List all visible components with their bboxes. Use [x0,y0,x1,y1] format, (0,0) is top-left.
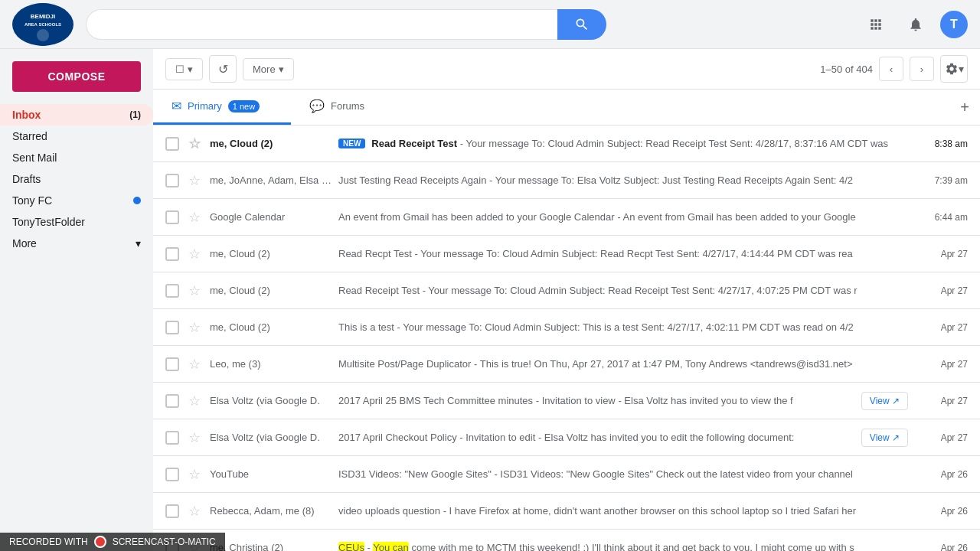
settings-button[interactable]: ▾ [940,55,968,83]
email-row[interactable]: ☆ Elsa Voltz (via Google D. 2017 April 2… [153,383,980,419]
email-row[interactable]: ☆ me, Cloud (2) Read Receipt Test - Your… [153,272,980,309]
email-time: 7:39 am [914,175,968,186]
view-button[interactable]: View ↗ [861,392,908,410]
email-row[interactable]: ☆ Google Calendar An event from Gmail ha… [153,199,980,236]
email-row[interactable]: ☆ me, JoAnne, Adam, Elsa (4) Just Testin… [153,162,980,199]
email-checkbox[interactable] [165,504,179,518]
sidebar-item-sent[interactable]: Sent Mail [0,147,153,168]
star-icon[interactable]: ☆ [188,282,201,299]
email-checkbox[interactable] [165,394,179,408]
email-row[interactable]: ☆ me, Cloud (2) This is a test - Your me… [153,309,980,346]
record-dot [94,536,106,548]
tab-primary[interactable]: ✉ Primary 1 new [153,90,291,125]
email-row[interactable]: ☆ Rebecca, Adam, me (8) video uploads qu… [153,493,980,530]
logo[interactable]: BEMIDJI AREA SCHOOLS [12,3,74,46]
email-sender: YouTube [210,468,332,480]
tab-forums[interactable]: 💬 Forums [291,90,429,125]
sidebar-item-tonyfc[interactable]: Tony FC [0,190,153,211]
notifications-button[interactable] [900,9,931,40]
star-icon[interactable]: ☆ [188,319,201,336]
record-text: RECORDED WITH [9,536,88,547]
svg-text:BEMIDJI: BEMIDJI [31,13,55,20]
email-time: Apr 27 [914,249,968,259]
search-input[interactable] [86,9,557,40]
email-time: 6:44 am [914,212,968,223]
email-time: Apr 26 [914,469,968,480]
email-row[interactable]: ☆ Leo, me (3) Multisite Post/Page Duplic… [153,346,980,383]
email-checkbox[interactable] [165,321,179,334]
primary-tab-label: Primary [188,100,222,112]
star-icon[interactable]: ☆ [188,466,201,483]
email-row[interactable]: ☆ me, Cloud (2) NEW Read Receipt Test - … [153,126,980,162]
email-row[interactable]: ☆ me, Christina (2) CEUs - You can come … [153,530,980,551]
next-page-button[interactable]: › [910,57,934,81]
email-time: Apr 26 [914,543,968,552]
email-row[interactable]: ☆ me, Cloud (2) Read Recpt Test - Your m… [153,236,980,272]
sidebar-item-starred[interactable]: Starred [0,126,153,147]
star-icon[interactable]: ☆ [188,393,201,409]
email-time: Apr 27 [914,432,968,443]
email-row[interactable]: ☆ Elsa Voltz (via Google D. 2017 April C… [153,419,980,456]
pagination-info: 1–50 of 404 [820,64,873,75]
email-subject-preview: ISD31 Videos: "New Google Sites" - ISD31… [332,468,914,480]
sidebar-item-drafts[interactable]: Drafts [0,168,153,190]
checkbox-icon: ☐ [175,64,185,75]
tonyfc-dot [133,197,141,204]
email-subject-preview: An event from Gmail has been added to yo… [332,211,914,223]
select-checkbox-btn[interactable]: ☐ ▾ [165,58,203,80]
star-icon[interactable]: ☆ [188,356,201,373]
settings-dropdown-icon: ▾ [959,63,964,75]
sidebar-item-more[interactable]: More ▾ [0,233,153,254]
email-checkbox[interactable] [165,284,179,298]
email-sender: me, Cloud (2) [210,321,332,333]
email-sender: Elsa Voltz (via Google D. [210,432,332,443]
more-button[interactable]: More ▾ [243,58,294,80]
email-subject-preview: Read Receipt Test - Your message To: Clo… [365,138,914,149]
svg-text:AREA SCHOOLS: AREA SCHOOLS [24,22,61,27]
email-checkbox[interactable] [165,174,179,187]
email-time: Apr 27 [914,322,968,333]
email-sender: Rebecca, Adam, me (8) [210,505,332,517]
star-icon[interactable]: ☆ [188,246,201,262]
email-checkbox[interactable] [165,357,179,371]
star-icon[interactable]: ☆ [188,429,201,446]
star-icon[interactable]: ☆ [188,503,201,520]
dropdown-arrow: ▾ [188,64,193,75]
email-subject-preview: 2017 April Checkout Policy - Invitation … [332,432,861,443]
topbar: BEMIDJI AREA SCHOOLS T [0,0,980,49]
email-sender: me, Christina (2) [210,542,332,551]
sidebar-item-tonytestfolder[interactable]: TonyTestFolder [0,211,153,233]
email-time: Apr 27 [914,285,968,296]
sidebar: COMPOSE Inbox (1) Starred Sent Mail Draf… [0,49,153,551]
email-sender: Google Calendar [210,211,332,223]
refresh-icon: ↺ [218,62,228,77]
prev-page-button[interactable]: ‹ [879,57,903,81]
email-subject-preview: video uploads question - I have Firefox … [332,505,914,517]
compose-button[interactable]: COMPOSE [12,61,141,92]
refresh-button[interactable]: ↺ [209,55,237,83]
email-row[interactable]: ☆ YouTube ISD31 Videos: "New Google Site… [153,456,980,493]
email-checkbox[interactable] [165,468,179,481]
email-checkbox[interactable] [165,431,179,445]
star-icon[interactable]: ☆ [188,135,201,152]
email-checkbox[interactable] [165,137,179,151]
star-icon[interactable]: ☆ [188,172,201,189]
search-button[interactable] [557,9,606,40]
apps-button[interactable] [861,9,891,40]
sidebar-item-inbox[interactable]: Inbox (1) [0,104,153,126]
highlight-ceus: CEUs [338,542,364,551]
add-tab-button[interactable]: + [949,90,980,125]
email-sender: Elsa Voltz (via Google D. [210,395,332,406]
avatar[interactable]: T [940,11,968,38]
email-checkbox[interactable] [165,210,179,224]
more-dropdown-icon: ▾ [279,64,284,75]
view-button[interactable]: View ↗ [861,429,908,447]
email-sender: me, JoAnne, Adam, Elsa (4) [210,174,332,186]
star-icon[interactable]: ☆ [188,209,201,226]
email-checkbox[interactable] [165,247,179,261]
topbar-right: T [861,9,968,40]
email-subject-preview: CEUs - You can come with me to MCTM this… [332,542,914,551]
search-container [86,9,606,40]
primary-tab-badge: 1 new [228,100,260,112]
email-subject-preview: 2017 April 25 BMS Tech Committee minutes… [332,395,861,406]
